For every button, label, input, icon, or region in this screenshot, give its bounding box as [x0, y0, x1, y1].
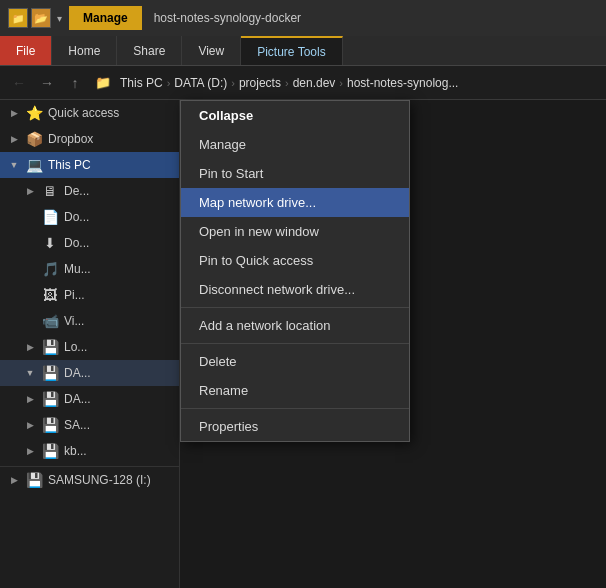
sidebar-item-music[interactable]: 🎵 Mu...: [0, 256, 179, 282]
context-menu: Collapse Manage Pin to Start Map network…: [180, 100, 410, 442]
main-layout: ▶ ⭐ Quick access ▶ 📦 Dropbox ▼ 💻 This PC…: [0, 100, 606, 588]
sidebar-label-dropbox: Dropbox: [48, 132, 93, 146]
sidebar-label-pictures: Pi...: [64, 288, 85, 302]
samsung-128-icon: 💾: [26, 472, 42, 488]
local-disk-icon: 💾: [42, 339, 58, 355]
data-d2-arrow: ▶: [24, 394, 36, 404]
ctx-manage[interactable]: Manage: [181, 130, 409, 159]
dropbox-arrow: ▶: [8, 134, 20, 144]
dropbox-icon: 📦: [26, 131, 42, 147]
pictures-icon: 🖼: [42, 287, 58, 303]
forward-button[interactable]: →: [36, 72, 58, 94]
tab-picture-tools[interactable]: Picture Tools: [241, 36, 342, 65]
data-d-icon: 💾: [42, 365, 58, 381]
data-d-arrow: ▼: [24, 368, 36, 378]
ctx-divider-3: [181, 408, 409, 409]
samsung-128-arrow: ▶: [8, 475, 20, 485]
sidebar-item-pictures[interactable]: 🖼 Pi...: [0, 282, 179, 308]
path-host-notes: host-notes-synolog...: [347, 76, 458, 90]
data-d2-icon: 💾: [42, 391, 58, 407]
breadcrumb: This PC › DATA (D:) › projects › den.dev…: [120, 76, 598, 90]
sidebar-item-data-d2[interactable]: ▶ 💾 DA...: [0, 386, 179, 412]
ctx-properties[interactable]: Properties: [181, 412, 409, 441]
address-bar: ← → ↑ 📁 This PC › DATA (D:) › projects ›…: [0, 66, 606, 100]
sidebar-item-quick-access[interactable]: ▶ ⭐ Quick access: [0, 100, 179, 126]
folder-icon-2: 📂: [31, 8, 51, 28]
sidebar-item-kb[interactable]: ▶ 💾 kb...: [0, 438, 179, 464]
ctx-add-network-location[interactable]: Add a network location: [181, 311, 409, 340]
sidebar-item-samsung-128[interactable]: ▶ 💾 SAMSUNG-128 (I:): [0, 466, 179, 492]
ctx-rename[interactable]: Rename: [181, 376, 409, 405]
sidebar-item-videos[interactable]: 📹 Vi...: [0, 308, 179, 334]
back-button[interactable]: ←: [8, 72, 30, 94]
ctx-delete[interactable]: Delete: [181, 347, 409, 376]
tab-file[interactable]: File: [0, 36, 52, 65]
sidebar-label-data-d2: DA...: [64, 392, 91, 406]
sidebar-item-this-pc[interactable]: ▼ 💻 This PC: [0, 152, 179, 178]
local-disk-arrow: ▶: [24, 342, 36, 352]
sidebar-label-downloads: Do...: [64, 236, 89, 250]
videos-icon: 📹: [42, 313, 58, 329]
ctx-pin-to-start[interactable]: Pin to Start: [181, 159, 409, 188]
quick-access-chevron: ▾: [54, 13, 65, 24]
this-pc-icon: 💻: [26, 157, 42, 173]
path-folder-icon: 📁: [92, 72, 114, 94]
sidebar-label-local-disk: Lo...: [64, 340, 87, 354]
sidebar-item-dropbox[interactable]: ▶ 📦 Dropbox: [0, 126, 179, 152]
sidebar-label-quick-access: Quick access: [48, 106, 119, 120]
quick-access-arrow: ▶: [8, 108, 20, 118]
path-this-pc: This PC: [120, 76, 163, 90]
sidebar-item-downloads[interactable]: ⬇ Do...: [0, 230, 179, 256]
sidebar-label-samsung-128: SAMSUNG-128 (I:): [48, 473, 151, 487]
ctx-pin-to-quick-access[interactable]: Pin to Quick access: [181, 246, 409, 275]
up-button[interactable]: ↑: [64, 72, 86, 94]
tab-home[interactable]: Home: [52, 36, 117, 65]
kb-icon: 💾: [42, 443, 58, 459]
sidebar-label-samsung-sa: SA...: [64, 418, 90, 432]
sidebar-label-music: Mu...: [64, 262, 91, 276]
path-dendev: den.dev: [293, 76, 336, 90]
path-data-d: DATA (D:): [174, 76, 227, 90]
sidebar-item-documents[interactable]: 📄 Do...: [0, 204, 179, 230]
music-icon: 🎵: [42, 261, 58, 277]
ctx-map-network-drive[interactable]: Map network drive...: [181, 188, 409, 217]
sidebar-label-this-pc: This PC: [48, 158, 91, 172]
window-title: host-notes-synology-docker: [146, 11, 598, 25]
ribbon: File Home Share View Picture Tools: [0, 36, 606, 66]
tab-view[interactable]: View: [182, 36, 241, 65]
sidebar: ▶ ⭐ Quick access ▶ 📦 Dropbox ▼ 💻 This PC…: [0, 100, 180, 588]
documents-icon: 📄: [42, 209, 58, 225]
samsung-sa-icon: 💾: [42, 417, 58, 433]
sidebar-item-desktop[interactable]: ▶ 🖥 De...: [0, 178, 179, 204]
kb-arrow: ▶: [24, 446, 36, 456]
desktop-icon: 🖥: [42, 183, 58, 199]
ctx-open-new-window[interactable]: Open in new window: [181, 217, 409, 246]
ctx-divider-1: [181, 307, 409, 308]
sidebar-label-kb: kb...: [64, 444, 87, 458]
tab-share[interactable]: Share: [117, 36, 182, 65]
sidebar-item-samsung-sa[interactable]: ▶ 💾 SA...: [0, 412, 179, 438]
ctx-collapse[interactable]: Collapse: [181, 101, 409, 130]
path-projects: projects: [239, 76, 281, 90]
folder-icon-1: 📁: [8, 8, 28, 28]
this-pc-arrow: ▼: [8, 160, 20, 170]
title-bar-icons: 📁 📂 ▾: [8, 8, 65, 28]
sidebar-label-data-d: DA...: [64, 366, 91, 380]
manage-button[interactable]: Manage: [69, 6, 142, 30]
title-bar: 📁 📂 ▾ Manage host-notes-synology-docker: [0, 0, 606, 36]
sidebar-label-videos: Vi...: [64, 314, 84, 328]
sidebar-label-desktop: De...: [64, 184, 89, 198]
desktop-arrow: ▶: [24, 186, 36, 196]
samsung-sa-arrow: ▶: [24, 420, 36, 430]
ctx-divider-2: [181, 343, 409, 344]
sidebar-item-data-d[interactable]: ▼ 💾 DA...: [0, 360, 179, 386]
ctx-disconnect-network[interactable]: Disconnect network drive...: [181, 275, 409, 304]
sidebar-item-local-disk[interactable]: ▶ 💾 Lo...: [0, 334, 179, 360]
downloads-icon: ⬇: [42, 235, 58, 251]
quick-access-icon: ⭐: [26, 105, 42, 121]
sidebar-label-documents: Do...: [64, 210, 89, 224]
